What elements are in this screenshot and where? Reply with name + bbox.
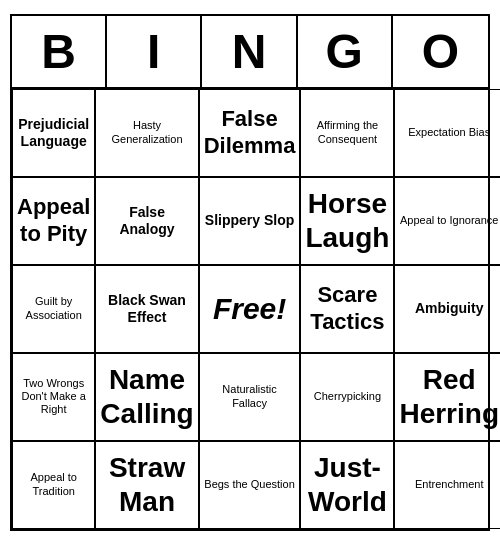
bingo-cell-20: Appeal to Tradition: [12, 441, 95, 529]
bingo-cell-text-16: Name Calling: [100, 363, 193, 430]
bingo-cell-text-23: Just-World: [305, 451, 389, 518]
bingo-cell-13: Scare Tactics: [300, 265, 394, 353]
bingo-cell-text-20: Appeal to Tradition: [17, 471, 90, 497]
bingo-cell-17: Naturalistic Fallacy: [199, 353, 301, 441]
bingo-cell-3: Affirming the Consequent: [300, 89, 394, 177]
bingo-cell-22: Begs the Question: [199, 441, 301, 529]
bingo-cell-4: Expectation Bias: [394, 89, 500, 177]
bingo-cell-text-8: Horse Laugh: [305, 187, 389, 254]
bingo-cell-2: False Dilemma: [199, 89, 301, 177]
bingo-cell-text-12: Free!: [213, 291, 286, 327]
bingo-cell-15: Two Wrongs Don't Make a Right: [12, 353, 95, 441]
bingo-letter-b: B: [12, 16, 107, 87]
bingo-cell-text-14: Ambiguity: [415, 300, 483, 317]
bingo-cell-text-10: Guilt by Association: [17, 295, 90, 321]
bingo-cell-16: Name Calling: [95, 353, 198, 441]
bingo-cell-18: Cherrypicking: [300, 353, 394, 441]
bingo-cell-24: Entrenchment: [394, 441, 500, 529]
bingo-cell-8: Horse Laugh: [300, 177, 394, 265]
bingo-cell-19: Red Herring: [394, 353, 500, 441]
bingo-cell-text-9: Appeal to Ignorance: [400, 214, 498, 227]
bingo-cell-23: Just-World: [300, 441, 394, 529]
bingo-cell-text-3: Affirming the Consequent: [305, 119, 389, 145]
bingo-cell-21: Straw Man: [95, 441, 198, 529]
bingo-cell-text-2: False Dilemma: [204, 106, 296, 159]
bingo-cell-6: False Analogy: [95, 177, 198, 265]
bingo-cell-text-1: Hasty Generalization: [100, 119, 193, 145]
bingo-cell-text-21: Straw Man: [100, 451, 193, 518]
bingo-cell-10: Guilt by Association: [12, 265, 95, 353]
bingo-cell-14: Ambiguity: [394, 265, 500, 353]
bingo-card: BINGO Prejudicial LanguageHasty Generali…: [10, 14, 490, 531]
bingo-cell-text-22: Begs the Question: [204, 478, 295, 491]
bingo-cell-text-5: Appeal to Pity: [17, 194, 90, 247]
bingo-cell-5: Appeal to Pity: [12, 177, 95, 265]
bingo-cell-text-18: Cherrypicking: [314, 390, 381, 403]
bingo-header: BINGO: [12, 16, 488, 89]
bingo-letter-o: O: [393, 16, 488, 87]
bingo-cell-9: Appeal to Ignorance: [394, 177, 500, 265]
bingo-letter-n: N: [202, 16, 297, 87]
bingo-cell-text-19: Red Herring: [399, 363, 499, 430]
bingo-grid: Prejudicial LanguageHasty Generalization…: [12, 89, 488, 529]
bingo-cell-text-4: Expectation Bias: [408, 126, 490, 139]
bingo-cell-text-24: Entrenchment: [415, 478, 483, 491]
bingo-cell-7: Slippery Slop: [199, 177, 301, 265]
bingo-cell-text-0: Prejudicial Language: [17, 116, 90, 150]
bingo-cell-1: Hasty Generalization: [95, 89, 198, 177]
bingo-cell-text-13: Scare Tactics: [305, 282, 389, 335]
bingo-letter-i: I: [107, 16, 202, 87]
bingo-cell-text-15: Two Wrongs Don't Make a Right: [17, 377, 90, 417]
bingo-cell-text-7: Slippery Slop: [205, 212, 294, 229]
bingo-cell-text-6: False Analogy: [100, 204, 193, 238]
bingo-letter-g: G: [298, 16, 393, 87]
bingo-cell-12: Free!: [199, 265, 301, 353]
bingo-cell-text-17: Naturalistic Fallacy: [204, 383, 296, 409]
bingo-cell-0: Prejudicial Language: [12, 89, 95, 177]
bingo-cell-11: Black Swan Effect: [95, 265, 198, 353]
bingo-cell-text-11: Black Swan Effect: [100, 292, 193, 326]
